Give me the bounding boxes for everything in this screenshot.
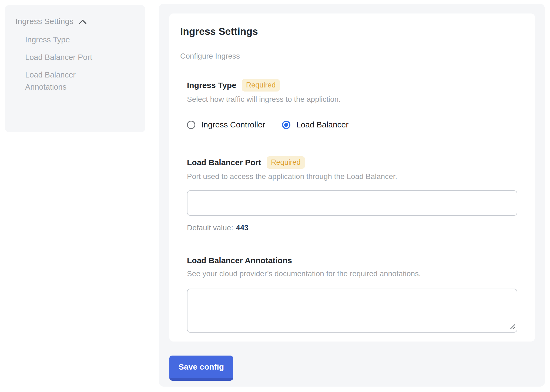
load-balancer-port-heading: Load Balancer Port — [187, 157, 261, 168]
section-load-balancer-port: Load Balancer Port Required Port used to… — [187, 156, 517, 232]
load-balancer-annotations-heading: Load Balancer Annotations — [187, 255, 292, 266]
sidebar-item-load-balancer-annotations[interactable]: Load Balancer Annotations — [25, 69, 109, 93]
chevron-up-icon — [78, 19, 87, 25]
required-badge: Required — [267, 156, 305, 169]
required-badge: Required — [242, 79, 280, 92]
sidebar-item-load-balancer-port[interactable]: Load Balancer Port — [25, 51, 109, 63]
load-balancer-annotations-textarea[interactable] — [187, 289, 517, 333]
form-sections: Ingress Type Required Select how traffic… — [187, 79, 517, 333]
radio-option-load-balancer[interactable]: Load Balancer — [282, 120, 348, 129]
load-balancer-annotations-description: See your cloud provider’s documentation … — [187, 269, 517, 278]
settings-panel: Ingress Settings Configure Ingress Ingre… — [159, 4, 545, 387]
section-load-balancer-annotations: Load Balancer Annotations See your cloud… — [187, 255, 517, 333]
ingress-type-radio-group: Ingress Controller Load Balancer — [187, 120, 517, 129]
sidebar-group-label: Ingress Settings — [15, 16, 73, 26]
page-subtitle: Configure Ingress — [180, 52, 517, 61]
section-ingress-type: Ingress Type Required Select how traffic… — [187, 79, 517, 129]
save-config-button[interactable]: Save config — [169, 356, 233, 381]
default-value-label: Default value: — [187, 224, 233, 232]
sidebar-group-ingress-settings[interactable]: Ingress Settings — [15, 16, 145, 26]
ingress-type-description: Select how traffic will ingress to the a… — [187, 95, 517, 104]
radio-unselected-icon[interactable] — [187, 121, 195, 129]
default-value-row: Default value:443 — [187, 223, 517, 232]
page-title: Ingress Settings — [180, 26, 517, 38]
ingress-settings-form-card: Ingress Settings Configure Ingress Ingre… — [169, 13, 535, 342]
default-value-number: 443 — [236, 224, 249, 232]
sidebar-item-ingress-type[interactable]: Ingress Type — [25, 34, 109, 46]
load-balancer-port-input[interactable] — [187, 190, 517, 216]
radio-option-ingress-controller[interactable]: Ingress Controller — [187, 120, 265, 129]
radio-label-ingress-controller: Ingress Controller — [201, 120, 265, 129]
sidebar-items: Ingress Type Load Balancer Port Load Bal… — [25, 34, 109, 93]
load-balancer-port-description: Port used to access the application thro… — [187, 172, 517, 181]
radio-selected-icon[interactable] — [282, 121, 290, 129]
settings-nav-sidebar: Ingress Settings Ingress Type Load Balan… — [5, 5, 145, 132]
ingress-type-heading: Ingress Type — [187, 80, 236, 91]
radio-label-load-balancer: Load Balancer — [296, 120, 348, 129]
